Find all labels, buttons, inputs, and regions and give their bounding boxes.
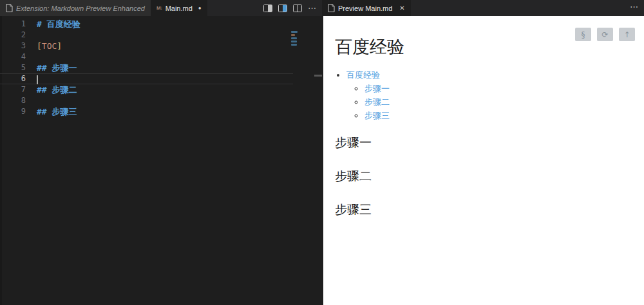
toc-sub-list: 步骤一步骤二步骤三 xyxy=(346,83,644,122)
line-number: 6 xyxy=(0,73,26,84)
unsaved-dot-icon: ● xyxy=(198,5,202,11)
code-token: # 百度经验 xyxy=(37,19,80,29)
line-content xyxy=(37,73,38,84)
line-content: ## 步骤二 xyxy=(37,84,77,95)
tab-extension-markdown-preview-enhanced[interactable]: Extension: Markdown Preview Enhanced xyxy=(0,0,151,16)
overview-ruler-cursor-mark[interactable] xyxy=(314,75,322,77)
more-actions-icon[interactable]: ⋯ xyxy=(308,4,316,12)
editor-group-left: Extension: Markdown Preview Enhanced M↓ … xyxy=(0,0,322,305)
code-line[interactable]: 6 xyxy=(0,73,293,84)
toc-link[interactable]: 步骤一 xyxy=(365,84,390,93)
minimap[interactable] xyxy=(291,31,299,47)
tab-main-md[interactable]: M↓ Main.md ● xyxy=(151,0,207,16)
preview-toolbar: §⟳↑ xyxy=(575,28,635,41)
line-number: 2 xyxy=(0,30,26,41)
toc-sub-item: 步骤三 xyxy=(365,110,644,122)
markdown-editor[interactable]: 1# 百度经验23[TOC]45## 步骤一67## 步骤二89## 步骤三 xyxy=(0,16,322,305)
editor-actions: ⋯ xyxy=(263,0,322,16)
minimap-line xyxy=(291,34,295,36)
toc-root-item: 百度经验 步骤一步骤二步骤三 xyxy=(346,69,644,122)
toc-link[interactable]: 步骤二 xyxy=(365,97,390,107)
code-line[interactable]: 4 xyxy=(0,51,293,62)
line-content: ## 步骤三 xyxy=(37,106,77,117)
code-token: ## 步骤二 xyxy=(37,85,77,95)
tab-label: Preview Main.md xyxy=(338,5,392,12)
code-line[interactable]: 2 xyxy=(0,30,293,41)
minimap-line xyxy=(291,44,297,46)
right-tab-bar: Preview Main.md ✕ ⋯ xyxy=(322,0,644,16)
preview-toc: 百度经验 步骤一步骤二步骤三 xyxy=(335,69,644,122)
code-token: ## 步骤一 xyxy=(37,63,77,73)
line-number: 1 xyxy=(0,19,26,30)
close-icon[interactable]: ✕ xyxy=(399,5,404,12)
line-number: 5 xyxy=(0,62,26,73)
section-anchor-button[interactable]: § xyxy=(575,28,591,41)
code-line[interactable]: 1# 百度经验 xyxy=(0,19,293,30)
file-icon xyxy=(328,4,335,12)
preview-sections: 步骤一步骤二步骤三 xyxy=(335,134,644,218)
line-number: 3 xyxy=(0,41,26,51)
toc-sub-item: 步骤一 xyxy=(365,83,644,95)
markdown-preview-pane: §⟳↑ 百度经验 百度经验 步骤一步骤二步骤三 步骤一步骤二步骤三 xyxy=(323,16,644,305)
minimap-line xyxy=(291,31,298,33)
tab-preview-main-md[interactable]: Preview Main.md ✕ xyxy=(322,0,411,16)
split-editor-icon[interactable] xyxy=(293,5,302,12)
line-number: 8 xyxy=(0,95,26,106)
back-to-top-button[interactable]: ↑ xyxy=(619,28,635,41)
toc-sub-item: 步骤二 xyxy=(365,97,644,108)
line-content: ## 步骤一 xyxy=(37,62,77,73)
line-number: 7 xyxy=(0,84,26,95)
code-token: TOC xyxy=(42,41,57,51)
left-tab-bar: Extension: Markdown Preview Enhanced M↓ … xyxy=(0,0,322,16)
line-content: [TOC] xyxy=(37,41,62,51)
open-preview-to-side-icon[interactable] xyxy=(278,5,287,12)
code-line[interactable]: 7## 步骤二 xyxy=(0,84,293,95)
open-changes-icon[interactable] xyxy=(263,5,272,12)
editor-group-right: Preview Main.md ✕ ⋯ §⟳↑ 百度经验 百度经验 步骤一步骤二… xyxy=(322,0,644,305)
line-content: # 百度经验 xyxy=(37,19,80,30)
preview-h2: 步骤三 xyxy=(335,201,644,218)
line-number: 4 xyxy=(0,51,26,62)
editor-lines: 1# 百度经验23[TOC]45## 步骤一67## 步骤二89## 步骤三 xyxy=(0,19,293,117)
code-line[interactable]: 9## 步骤三 xyxy=(0,106,293,117)
tab-label: Extension: Markdown Preview Enhanced xyxy=(16,5,145,12)
more-actions-icon[interactable]: ⋯ xyxy=(630,3,638,11)
minimap-line xyxy=(291,37,297,39)
minimap-line xyxy=(291,41,297,42)
toc-root-list: 百度经验 步骤一步骤二步骤三 xyxy=(335,69,644,122)
markdown-file-icon: M↓ xyxy=(156,5,162,11)
toc-link-root[interactable]: 百度经验 xyxy=(346,70,380,80)
code-token: ] xyxy=(57,41,62,51)
refresh-button[interactable]: ⟳ xyxy=(597,28,613,41)
line-number: 9 xyxy=(0,106,26,117)
code-line[interactable]: 5## 步骤一 xyxy=(0,62,293,73)
file-icon xyxy=(6,4,13,12)
tab-label: Main.md xyxy=(166,5,193,12)
code-line[interactable]: 3[TOC] xyxy=(0,41,293,51)
code-line[interactable]: 8 xyxy=(0,95,293,106)
code-token: ## 步骤三 xyxy=(37,107,77,116)
code-token: [ xyxy=(37,41,42,51)
vscode-window: Extension: Markdown Preview Enhanced M↓ … xyxy=(0,0,644,305)
preview-h2: 步骤二 xyxy=(335,168,644,185)
toc-link[interactable]: 步骤三 xyxy=(365,111,390,120)
text-cursor xyxy=(37,75,38,84)
preview-h2: 步骤一 xyxy=(335,134,644,151)
